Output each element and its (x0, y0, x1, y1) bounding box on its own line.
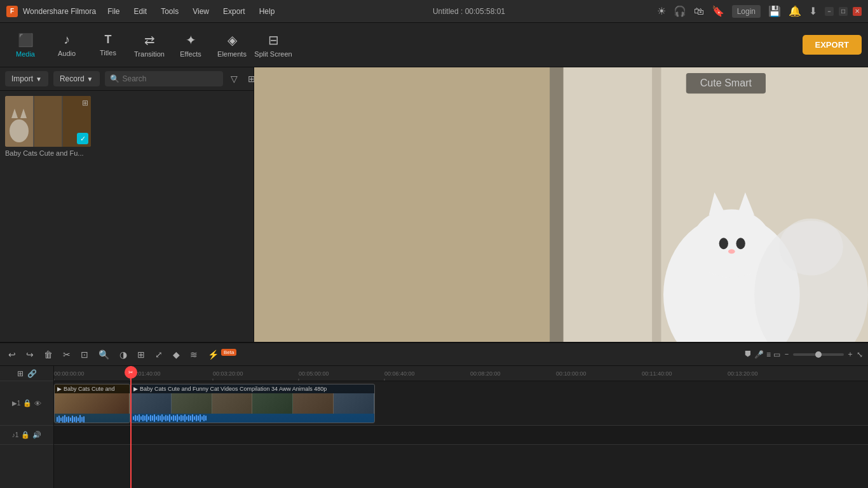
shield-icon[interactable]: ⛊ (744, 350, 752, 359)
svg-rect-2 (34, 96, 62, 147)
eye-icon[interactable]: 👁 (34, 400, 41, 407)
menu-view[interactable]: View (186, 4, 215, 18)
toolbar-effects-label: Effects (180, 50, 201, 58)
document-title: Untitled : 00:05:58:01 (433, 7, 505, 16)
timeline-ruler: 00:00:00:00 00:01:40:00 00:03:20:00 00:0… (54, 366, 868, 381)
brightness-icon[interactable]: ☀ (657, 5, 666, 17)
audio-track-header: ♪1 🔒 🔊 (0, 426, 53, 445)
save-icon[interactable]: 💾 (768, 5, 781, 17)
timeline-main: ⊞ 🔗 ▶1 🔒 👁 ♪1 🔒 🔊 00:00:00:00 (0, 366, 868, 488)
lock-icon[interactable]: 🔒 (23, 399, 32, 407)
toolbar-transition-label: Transition (134, 50, 165, 58)
titlebar-left: F Wondershare Filmora File Edit Tools Vi… (6, 4, 281, 18)
redo-icon[interactable]: ↪ (23, 348, 37, 362)
toolbar-media[interactable]: ⬛ Media (6, 26, 44, 64)
toolbar-audio-label: Audio (58, 50, 76, 57)
zoom-clip-icon[interactable]: 🔍 (95, 348, 112, 362)
timeline-section: ↩ ↪ 🗑 ✂ ⊡ 🔍 ◑ ⊞ ⤢ ◆ ≋ ⚡ Beta ⛊ 🎤 ≡ ▭ － ＋… (0, 342, 868, 488)
media-panel: Import ▼ Record ▼ 🔍 ▽ ⊞ (0, 67, 254, 342)
timeline-toolbar: ↩ ↪ 🗑 ✂ ⊡ 🔍 ◑ ⊞ ⤢ ◆ ≋ ⚡ Beta ⛊ 🎤 ≡ ▭ － ＋… (0, 343, 868, 366)
toolbar-elements[interactable]: ◈ Elements (213, 26, 251, 64)
search-icon: 🔍 (110, 74, 119, 83)
record-button[interactable]: Record ▼ (53, 71, 100, 86)
titles-icon: T (105, 33, 112, 46)
login-button[interactable]: Login (732, 5, 761, 18)
clip-frame (252, 393, 293, 414)
clip-1-header: ▶ Baby Cats Cute and (55, 384, 130, 393)
clip-2-waveform (131, 414, 374, 423)
clip-2-label: Baby Cats Cute and Funny Cat Videos Comp… (140, 386, 327, 392)
transform-icon[interactable]: ⊞ (134, 348, 148, 362)
video-track-number: ▶1 (12, 400, 21, 407)
media-item[interactable]: ⊞ ✓ Baby Cats Cute and Fu... (5, 96, 91, 157)
svg-point-20 (728, 249, 735, 254)
clip-frame (212, 393, 253, 414)
bookmark-icon[interactable]: 🔖 (712, 5, 724, 17)
link-icon[interactable]: 🔗 (27, 369, 37, 378)
app-name: Wondershare Filmora (23, 7, 96, 16)
audio-volume-icon[interactable]: 🔊 (32, 431, 41, 439)
expand-icon[interactable]: ⤡ (857, 350, 863, 359)
app-logo: F (6, 6, 18, 17)
toolbar-splitscreen[interactable]: ⊟ Split Screen (254, 26, 292, 64)
toolbar-transition[interactable]: ⇄ Transition (130, 26, 168, 64)
video-track-lane: ▶ Baby Cats Cute and ▶ Baby Cats Cute an… (54, 381, 868, 426)
zoom-controls: ⛊ 🎤 ≡ ▭ － ＋ ⤡ (744, 349, 863, 360)
clip-2-frames (131, 393, 374, 414)
cut-icon[interactable]: ✂ (60, 348, 74, 362)
snap-icon[interactable]: ⊞ (17, 369, 24, 378)
audio-adjust-icon[interactable]: ≋ (187, 348, 201, 362)
minimize-button[interactable]: － (825, 7, 834, 16)
video-clip-2[interactable]: ▶ Baby Cats Cute and Funny Cat Videos Co… (130, 384, 375, 423)
color-icon[interactable]: ◑ (116, 348, 130, 362)
subtitle-icon[interactable]: ≡ (766, 350, 771, 359)
keyframe-icon[interactable]: ◆ (170, 348, 183, 362)
menu-edit[interactable]: Edit (128, 4, 154, 18)
menu-help[interactable]: Help (253, 4, 281, 18)
download-icon[interactable]: ⬇ (809, 5, 817, 17)
audio-lock-icon[interactable]: 🔒 (21, 431, 30, 439)
caption-icon[interactable]: ▭ (773, 350, 780, 359)
gift-icon[interactable]: 🛍 (694, 6, 704, 17)
clip-1-waveform (55, 414, 130, 423)
filter-icon[interactable]: ▽ (228, 71, 240, 86)
menu-export[interactable]: Export (217, 4, 252, 18)
toolbar-effects[interactable]: ✦ Effects (172, 26, 210, 64)
clip-frame (131, 393, 172, 414)
crop-icon[interactable]: ⊡ (78, 348, 92, 362)
video-track-header: ▶1 🔒 👁 (0, 381, 53, 426)
undo-icon[interactable]: ↩ (5, 348, 19, 362)
media-check-mark: ✓ (77, 133, 88, 144)
zoom-in-icon[interactable]: ＋ (846, 349, 854, 360)
menu-tools[interactable]: Tools (154, 4, 185, 18)
panel-controls: Import ▼ Record ▼ 🔍 ▽ ⊞ (0, 67, 254, 91)
media-icon: ⬛ (18, 32, 34, 48)
menu-file[interactable]: File (101, 4, 126, 18)
toolbar-titles[interactable]: T Titles (89, 26, 127, 64)
ruler-ticks (54, 366, 868, 381)
media-thumbnail: ⊞ ✓ (5, 96, 91, 147)
svg-rect-5 (62, 96, 63, 147)
close-button[interactable]: ✕ (853, 7, 862, 16)
import-button[interactable]: Import ▼ (5, 71, 48, 86)
toolbar-audio[interactable]: ♪ Audio (48, 26, 86, 64)
main-area: Import ▼ Record ▼ 🔍 ▽ ⊞ (0, 67, 868, 342)
zoom-slider[interactable] (793, 353, 844, 356)
search-input[interactable] (105, 71, 223, 86)
toolbar-splitscreen-label: Split Screen (254, 50, 292, 58)
delete-icon[interactable]: 🗑 (41, 348, 56, 362)
clip-frame (334, 393, 374, 414)
zoom-out-icon[interactable]: － (783, 349, 790, 360)
resize-icon[interactable]: ⤢ (152, 348, 166, 362)
audio-track-number: ♪1 (12, 431, 19, 438)
notification-icon[interactable]: 🔔 (789, 5, 801, 17)
titlebar: F Wondershare Filmora File Edit Tools Vi… (0, 0, 868, 23)
video-clip-1[interactable]: ▶ Baby Cats Cute and (54, 384, 130, 423)
titlebar-right: ☀ 🎧 🛍 🔖 Login 💾 🔔 ⬇ － □ ✕ (657, 5, 862, 18)
ai-icon[interactable]: ⚡ Beta (205, 348, 240, 362)
svg-rect-4 (33, 96, 34, 147)
export-button[interactable]: EXPORT (803, 35, 862, 55)
headphone-icon[interactable]: 🎧 (674, 5, 686, 17)
maximize-button[interactable]: □ (839, 7, 848, 16)
voice-icon[interactable]: 🎤 (754, 350, 764, 359)
